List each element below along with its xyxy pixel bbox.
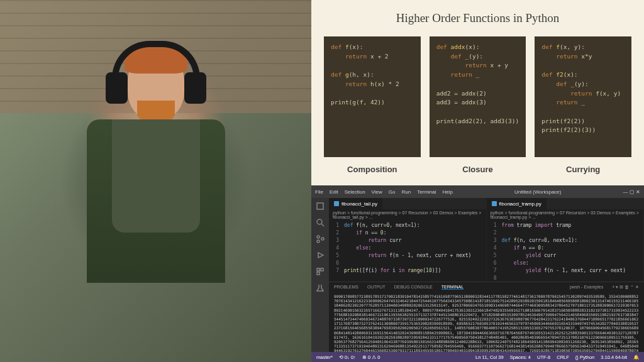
panel-actions[interactable]: + ▾ ⊞ 🗑 ⌃ ✕ xyxy=(612,285,639,290)
svg-marker-6 xyxy=(318,253,323,258)
status-bar: master* ⟲ 0↓ 0↑ ⊗ 0 ⚠ 0 Ln 11, Col 39 Sp… xyxy=(311,352,644,362)
activity-bar xyxy=(311,198,329,352)
gutter-left: 1234567 xyxy=(329,221,341,282)
eol[interactable]: CRLF xyxy=(557,354,569,360)
menu-terminal[interactable]: Terminal xyxy=(417,189,436,195)
terminal[interactable]: 9990170985772389178517179021839104783415… xyxy=(329,292,644,352)
menu-file[interactable]: File xyxy=(315,189,323,195)
menu-edit[interactable]: Edit xyxy=(330,189,338,195)
example-closure: def addx(x): def _(y): return x + y retu… xyxy=(430,36,526,174)
menu-run[interactable]: Run xyxy=(401,189,411,195)
svg-point-4 xyxy=(317,240,319,243)
source-right[interactable]: from tramp import tramp def f(n, curr=0,… xyxy=(499,221,644,282)
language[interactable]: {} Python xyxy=(575,354,594,360)
breadcrumb-right[interactable]: python > functional-programming > 07 Rec… xyxy=(487,209,644,221)
gutter-right: 123456789101112 xyxy=(487,221,499,282)
svg-rect-7 xyxy=(317,268,319,271)
panel-tabs: PROBLEMS OUTPUT DEBUG CONSOLE TERMINAL p… xyxy=(329,282,644,292)
notifications-icon[interactable]: 🔔 xyxy=(633,354,639,360)
svg-line-2 xyxy=(321,224,324,226)
menu-selection[interactable]: Selection xyxy=(345,189,365,195)
code-currying: def f(x, y): return x*y def f2(x): def _… xyxy=(535,36,631,157)
presenter-photo xyxy=(0,0,311,362)
code-closure: def addx(x): def _(y): return x + y retu… xyxy=(430,36,526,157)
workspace-title: Untitled (Workspace) xyxy=(514,189,562,195)
indent[interactable]: Spaces: 4 xyxy=(510,354,531,360)
slide-title: Higher Order Functions in Python xyxy=(324,11,631,25)
search-icon[interactable] xyxy=(316,218,325,227)
diagnostics[interactable]: ⊗ 0 ⚠ 0 xyxy=(362,354,380,360)
svg-rect-8 xyxy=(321,268,323,271)
breadcrumb-left[interactable]: python > functional-programming > 07 Rec… xyxy=(329,209,486,221)
svg-point-3 xyxy=(317,236,319,238)
svg-rect-9 xyxy=(317,272,319,275)
pane-right: fibonacci_tramp.py python > functional-p… xyxy=(487,198,645,282)
tab-fib-tail[interactable]: fibonacci_tail.py xyxy=(329,198,382,209)
tab-problems[interactable]: PROBLEMS xyxy=(334,285,358,289)
python-ver[interactable]: 3.10.4 64-bit xyxy=(601,354,627,360)
git-sync[interactable]: ⟲ 0↓ 0↑ xyxy=(339,354,356,360)
label-composition: Composition xyxy=(324,165,421,174)
terminal-output: 9990170985772389178517179021839104783415… xyxy=(334,294,639,352)
git-branch[interactable]: master* xyxy=(316,354,333,360)
example-currying: def f(x, y): return x*y def f2(x): def _… xyxy=(535,36,631,174)
tab-terminal[interactable]: TERMINAL xyxy=(441,285,464,290)
testing-icon[interactable] xyxy=(316,283,325,292)
source-left[interactable]: def f(n, curr=0, next=1): if n == 0: ret… xyxy=(341,221,486,282)
scm-icon[interactable] xyxy=(316,234,325,243)
tab-output[interactable]: OUTPUT xyxy=(367,285,386,289)
cursor-pos[interactable]: Ln 11, Col 39 xyxy=(475,354,504,360)
example-composition: def f(x): return x + 2 def g(h, x): retu… xyxy=(324,36,421,174)
menu-view[interactable]: View xyxy=(372,189,382,195)
extensions-icon[interactable] xyxy=(316,267,325,276)
terminal-selector[interactable]: pwsh - Examples xyxy=(570,285,603,289)
window-controls[interactable]: — ▢ ✕ xyxy=(623,189,640,195)
label-closure: Closure xyxy=(430,165,526,174)
vscode-window: File Edit Selection View Go Run Terminal… xyxy=(311,185,644,362)
slide-panel: Higher Order Functions in Python def f(x… xyxy=(311,0,644,185)
explorer-icon[interactable] xyxy=(316,202,325,211)
menu-go[interactable]: Go xyxy=(389,189,396,195)
code-composition: def f(x): return x + 2 def g(h, x): retu… xyxy=(324,36,421,157)
tab-debug[interactable]: DEBUG CONSOLE xyxy=(394,285,433,289)
debug-icon[interactable] xyxy=(316,251,325,260)
svg-rect-0 xyxy=(317,203,323,209)
titlebar: File Edit Selection View Go Run Terminal… xyxy=(311,185,644,198)
examples-row: def f(x): return x + 2 def g(h, x): retu… xyxy=(324,36,631,174)
svg-point-5 xyxy=(321,238,324,240)
svg-point-1 xyxy=(317,219,322,224)
tab-fib-tramp[interactable]: fibonacci_tramp.py xyxy=(487,198,547,209)
pane-left: fibonacci_tail.py python > functional-pr… xyxy=(329,198,487,282)
label-currying: Currying xyxy=(535,165,631,174)
menu-help[interactable]: Help xyxy=(442,189,452,195)
encoding[interactable]: UTF-8 xyxy=(537,354,550,360)
